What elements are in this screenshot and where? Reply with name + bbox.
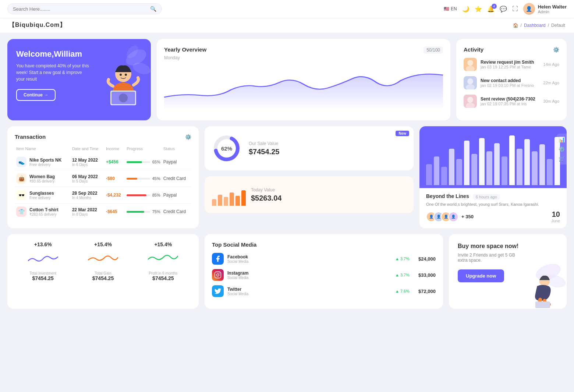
- activity-title: Activity: [464, 46, 483, 53]
- social-growth: ▲ 7.6%: [395, 289, 410, 293]
- progress-fill: [127, 161, 142, 163]
- table-row: 👜 Women Bag ₹83.65 delivery 06 May 2022 …: [15, 170, 191, 187]
- transaction-settings-icon[interactable]: ⚙️: [185, 134, 191, 140]
- social-media-title: Top Social Media: [212, 241, 436, 248]
- item-name-cell: 👟 Nike Sports NK Free delivery: [15, 154, 71, 170]
- welcome-illustration: [88, 43, 147, 102]
- activity-item: Review request jim Smith jan 03 19 12:25…: [464, 58, 559, 71]
- item-name: Women Bag: [29, 174, 55, 179]
- activity-sub-text: jan 02 19 03:10 PM at Fresno: [481, 83, 540, 88]
- chart-bar: [426, 164, 432, 185]
- chart-bar: [449, 149, 455, 185]
- row-3: +13.6% Total Investment $7454.25 +15.4% …: [7, 234, 567, 309]
- item-days: In 6 Days: [72, 163, 103, 167]
- table-row: 👟 Nike Sports NK Free delivery 12 May 20…: [15, 154, 191, 170]
- social-platform-icon: [212, 285, 224, 297]
- chart-bar: [494, 143, 500, 185]
- today-mini-chart: [212, 184, 246, 206]
- social-media-item: Twitter Social Media ▲ 7.6% $72,000: [212, 285, 436, 297]
- stat-chart: [28, 250, 58, 268]
- language-selector[interactable]: 🇺🇸 EN: [444, 6, 457, 11]
- activity-card: Activity ⚙️ Review request jim Smith jan…: [456, 39, 567, 120]
- nav-icons: 🇺🇸 EN 🌙 ⭐ 🔔 4 💬 ⛶ 👤 Helen Walter Admin: [444, 3, 567, 15]
- svg-point-13: [466, 84, 475, 89]
- social-amount: $72,000: [418, 289, 436, 294]
- search-bar[interactable]: 🔍: [7, 3, 162, 14]
- item-icon: 🕶️: [16, 190, 26, 200]
- progress-bar: [127, 161, 150, 163]
- chart-side-icon-1[interactable]: 📊: [559, 137, 565, 142]
- breadcrumb-default: Default: [551, 23, 565, 28]
- item-name-cell: 👜 Women Bag ₹83.65 delivery: [15, 170, 71, 187]
- social-amount: $33,000: [418, 272, 436, 278]
- today-value-label: Today Value: [251, 187, 406, 193]
- yearly-subtitle: Monday: [164, 55, 443, 60]
- svg-point-14: [467, 97, 473, 103]
- stat-item: +15.4% Total Gain $7454.25: [75, 241, 131, 301]
- transaction-column-header: Progress: [125, 145, 162, 154]
- social-name: Twitter: [227, 287, 248, 292]
- yearly-chart: [164, 64, 443, 108]
- row-2: Transaction ⚙️ Item NameDate and TimeInc…: [7, 126, 567, 228]
- sale-value-label: Our Sale Value: [249, 141, 406, 146]
- welcome-card: Welcome,William You have completed 40% o…: [7, 39, 151, 120]
- progress-fill: [127, 194, 146, 196]
- social-name: Instagram: [227, 271, 248, 276]
- breadcrumb: 🏠 / Dashboard / Default: [513, 23, 565, 28]
- social-type: Social Media: [227, 292, 248, 296]
- social-info: Twitter Social Media: [227, 287, 248, 296]
- item-sub: Free delivery: [29, 163, 61, 167]
- social-media-item: Instagram Social Media ▲ 3.7% $33,000: [212, 269, 436, 281]
- fullscreen-icon[interactable]: ⛶: [512, 6, 518, 12]
- home-icon[interactable]: 🏠: [513, 23, 518, 28]
- stat-label: Profit in 6 months: [135, 271, 191, 275]
- svg-point-19: [217, 274, 219, 276]
- item-income-cell: -$645: [104, 204, 125, 220]
- social-growth: ▲ 3.7%: [395, 273, 410, 277]
- chart-bar: [464, 141, 470, 185]
- svg-point-12: [467, 78, 473, 84]
- transaction-header: Item NameDate and TimeIncomeProgressStat…: [15, 145, 191, 154]
- star-icon[interactable]: ⭐: [475, 6, 482, 13]
- stats-card: +13.6% Total Investment $7454.25 +15.4% …: [7, 234, 199, 309]
- stat-chart: [88, 250, 118, 268]
- search-input[interactable]: [13, 6, 150, 12]
- transaction-column-header: Date and Time: [71, 145, 104, 154]
- item-progress-cell: 85%: [125, 187, 162, 204]
- chart-side-icon-2[interactable]: ⚙️: [559, 146, 565, 152]
- activity-text: Review request jim Smith jan 03 19 12:25…: [481, 60, 540, 69]
- notification-icon[interactable]: 🔔 4: [487, 6, 495, 13]
- stat-label: Total Gain: [75, 271, 131, 275]
- item-income-cell: -$4,232: [104, 187, 125, 204]
- stat-pct: +15.4%: [75, 241, 131, 247]
- avatar-group: 👤 👤 👤 👤: [426, 212, 456, 222]
- transaction-column-header: Income: [104, 145, 125, 154]
- upgrade-button[interactable]: Upgrade now: [458, 269, 504, 282]
- chart-bar: [486, 151, 492, 185]
- big-chart-card: 📊 ⚙️ 🛒 Beyond the Lines 6 hours ago One …: [419, 126, 567, 228]
- activity-time: 22m Ago: [543, 81, 559, 85]
- item-income-cell: +$456: [104, 154, 125, 170]
- progress-pct: 45%: [152, 176, 160, 181]
- item-date-cell: 22 Mar 2022 In 8 Days: [71, 204, 104, 220]
- message-icon[interactable]: 💬: [500, 6, 507, 13]
- item-date: 12 May 2022: [72, 158, 103, 163]
- today-value-card: Today Value $5263.04 Hot: [205, 176, 414, 213]
- beyond-plus-count: + 350: [461, 214, 474, 219]
- table-row: 🕶️ Sunglasses Free delivery 28 Sep 2022 …: [15, 187, 191, 204]
- breadcrumb-dashboard[interactable]: Dashboard: [524, 23, 546, 28]
- item-days: In 4 Months: [72, 196, 103, 200]
- table-row: 👕 Cotton T-shirt ₹283.65 delivery 22 Mar…: [15, 204, 191, 220]
- activity-settings-icon[interactable]: ⚙️: [553, 47, 559, 53]
- item-status-cell: Paypal: [162, 187, 191, 204]
- transaction-column-header: Status: [162, 145, 191, 154]
- chart-bar: [524, 139, 530, 185]
- item-icon: 👟: [16, 157, 26, 167]
- darkmode-icon[interactable]: 🌙: [462, 6, 470, 13]
- transaction-column-header: Item Name: [15, 145, 71, 154]
- continue-button[interactable]: Continue →: [16, 89, 56, 101]
- social-info: Facebook Social Media: [227, 254, 248, 264]
- sale-value-column: 62% Our Sale Value $7454.25 New: [205, 126, 414, 228]
- activity-text: Sent review (504)236-7302 jan 02 19 07:3…: [481, 96, 540, 106]
- chart-side-icon-3[interactable]: 🛒: [559, 156, 565, 162]
